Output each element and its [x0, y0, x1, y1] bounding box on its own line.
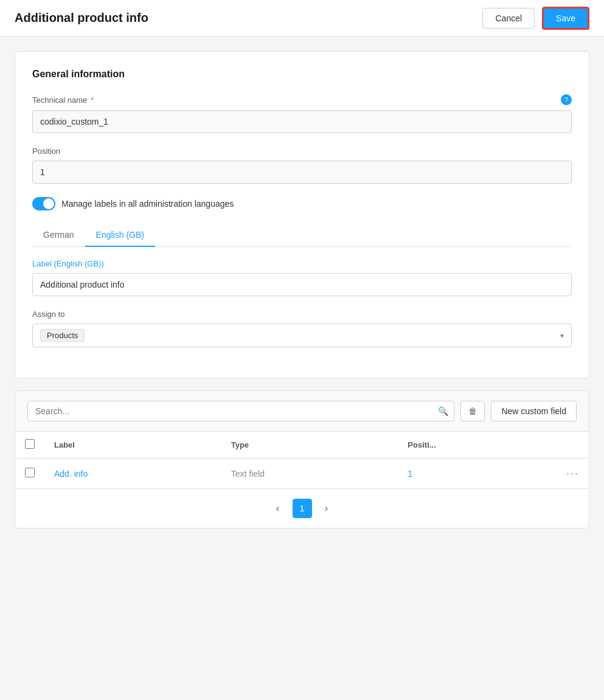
assign-to-group: Assign to Products ▾	[32, 310, 572, 347]
tab-english-gb[interactable]: English (GB)	[85, 224, 155, 247]
label-field-input[interactable]	[32, 273, 572, 296]
manage-labels-toggle[interactable]	[32, 197, 55, 210]
page-title: Additional product info	[15, 11, 148, 25]
save-button[interactable]: Save	[542, 7, 589, 30]
general-info-title: General information	[32, 69, 572, 80]
search-bar: 🔍 🗑 New custom field	[15, 391, 589, 432]
required-indicator: *	[91, 95, 94, 105]
row-label-cell[interactable]: Add. info	[44, 459, 221, 489]
label-column-header: Label	[44, 432, 221, 459]
table-body: Add. info Text field 1 ···	[15, 459, 589, 489]
page-1-button[interactable]: 1	[293, 499, 312, 518]
technical-name-label: Technical name	[32, 95, 87, 105]
assign-to-label: Assign to	[32, 310, 572, 319]
label-field-label: Label (English (GB))	[32, 259, 572, 268]
position-label: Position	[32, 147, 572, 156]
technical-name-label-row: Technical name * ?	[32, 94, 572, 105]
chevron-down-icon: ▾	[560, 331, 564, 340]
technical-name-group: Technical name * ?	[32, 94, 572, 133]
custom-fields-section: 🔍 🗑 New custom field Label Type Positi..…	[15, 390, 589, 528]
table-row: Add. info Text field 1 ···	[15, 459, 589, 489]
actions-column-header	[557, 432, 589, 459]
row-position-cell: 1	[398, 459, 557, 489]
tab-german[interactable]: German	[32, 224, 85, 247]
toggle-knob	[43, 198, 54, 209]
position-group: Position	[32, 147, 572, 184]
assign-to-dropdown[interactable]: Products ▾	[32, 324, 572, 347]
header-actions: Cancel Save	[482, 7, 589, 30]
trash-icon: 🗑	[468, 406, 477, 416]
technical-name-input[interactable]	[32, 110, 572, 133]
table-header: Label Type Positi...	[15, 432, 589, 459]
label-field-group: Label (English (GB))	[32, 259, 572, 296]
type-column-header: Type	[221, 432, 398, 459]
search-icon: 🔍	[438, 406, 448, 416]
row-actions-cell: ···	[557, 459, 589, 489]
toggle-row: Manage labels in all administration lang…	[32, 197, 572, 210]
page-header: Additional product info Cancel Save	[0, 0, 604, 36]
assign-tags: Products	[40, 329, 85, 342]
next-page-button[interactable]: ›	[317, 499, 336, 518]
custom-fields-table: Label Type Positi... Add. info Text fiel…	[15, 432, 589, 488]
select-all-checkbox[interactable]	[25, 439, 35, 449]
technical-name-help-icon[interactable]: ?	[561, 94, 572, 105]
general-info-card: General information Technical name * ? P…	[15, 51, 589, 378]
position-input[interactable]	[32, 161, 572, 184]
pagination: ‹ 1 ›	[15, 488, 589, 528]
row-more-button[interactable]: ···	[566, 467, 579, 480]
select-all-header	[15, 432, 44, 459]
new-custom-field-button[interactable]: New custom field	[491, 401, 577, 421]
prev-page-button[interactable]: ‹	[268, 499, 288, 518]
toggle-label: Manage labels in all administration lang…	[61, 199, 234, 209]
row-checkbox-cell	[15, 459, 44, 489]
search-input-wrapper: 🔍	[27, 401, 454, 421]
products-tag: Products	[40, 329, 85, 342]
cancel-button[interactable]: Cancel	[482, 8, 535, 29]
trash-button[interactable]: 🗑	[460, 401, 485, 421]
search-input[interactable]	[27, 401, 454, 421]
position-column-header: Positi...	[398, 432, 557, 459]
main-content: General information Technical name * ? P…	[0, 36, 604, 543]
label-field-name: Label (English (GB))	[32, 259, 104, 268]
row-checkbox[interactable]	[25, 468, 35, 477]
language-tabs: German English (GB)	[32, 224, 572, 247]
row-type-cell: Text field	[221, 459, 398, 489]
